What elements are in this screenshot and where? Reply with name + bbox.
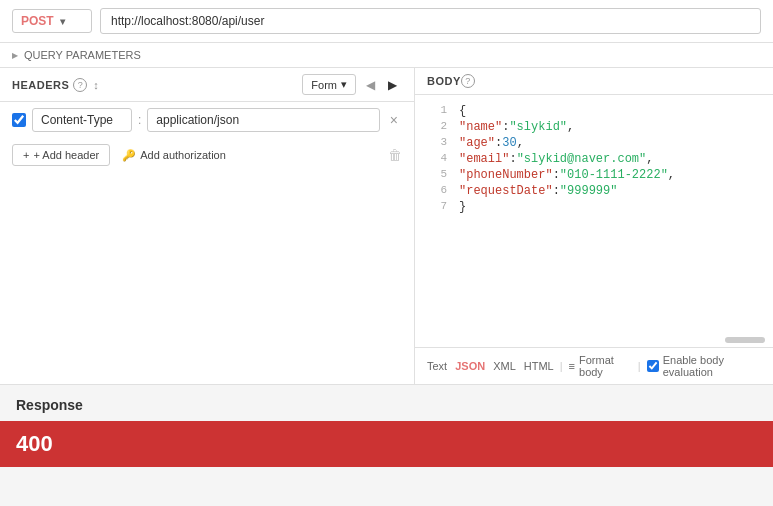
footer-separator-2: | <box>638 360 641 372</box>
form-dropdown-label: Form <box>311 79 337 91</box>
request-bar: POST ▾ <box>0 0 773 43</box>
body-panel: BODY ? 1 { 2 "name":"slykid", 3 "age":30… <box>415 68 773 384</box>
code-line-3: 3 "age":30, <box>415 135 773 151</box>
code-line-2: 2 "name":"slykid", <box>415 119 773 135</box>
format-text-option[interactable]: Text <box>427 360 447 372</box>
query-params-toggle-icon: ▶ <box>12 51 18 60</box>
format-xml-option[interactable]: XML <box>493 360 516 372</box>
code-line-7: 7 } <box>415 199 773 215</box>
add-header-icon: + <box>23 149 29 161</box>
header-enabled-checkbox[interactable] <box>12 113 26 127</box>
format-body-button[interactable]: ≡ Format body <box>569 354 632 378</box>
code-line-1: 1 { <box>415 103 773 119</box>
header-row: : × <box>0 102 414 138</box>
headers-form-dropdown[interactable]: Form ▾ <box>302 74 356 95</box>
colon-separator: : <box>138 113 141 127</box>
method-value: POST <box>21 14 54 28</box>
scrollbar-thumb <box>725 337 765 343</box>
headers-label: HEADERS <box>12 79 69 91</box>
headers-toolbar: HEADERS ? ↕ Form ▾ ◀ ▶ <box>0 68 414 102</box>
query-params-row[interactable]: ▶ QUERY PARAMETERS <box>0 43 773 68</box>
enable-body-checkbox[interactable] <box>647 360 659 372</box>
response-title: Response <box>16 397 757 413</box>
body-toolbar: BODY ? <box>415 68 773 95</box>
header-clear-button[interactable]: × <box>386 112 402 128</box>
add-authorization-button[interactable]: 🔑 Add authorization <box>122 149 226 162</box>
query-params-label: QUERY PARAMETERS <box>24 49 141 61</box>
url-input[interactable] <box>100 8 761 34</box>
body-label: BODY <box>427 75 461 87</box>
status-code: 400 <box>16 431 53 456</box>
body-info-icon[interactable]: ? <box>461 74 475 88</box>
add-header-label: + Add header <box>33 149 99 161</box>
method-dropdown-arrow: ▾ <box>60 16 65 27</box>
format-json-option[interactable]: JSON <box>455 360 485 372</box>
nav-prev-button[interactable]: ◀ <box>360 75 380 95</box>
header-value-input[interactable] <box>147 108 379 132</box>
form-dropdown-arrow: ▾ <box>341 78 347 91</box>
header-key-input[interactable] <box>32 108 132 132</box>
format-html-option[interactable]: HTML <box>524 360 554 372</box>
header-actions-row: + + Add header 🔑 Add authorization 🗑 <box>0 138 414 172</box>
body-format-options: Text JSON XML HTML <box>427 360 554 372</box>
code-editor[interactable]: 1 { 2 "name":"slykid", 3 "age":30, 4 "em… <box>415 95 773 335</box>
status-code-bar: 400 <box>0 421 773 467</box>
body-footer: Text JSON XML HTML | ≡ Format body | Ena… <box>415 347 773 384</box>
code-line-5: 5 "phoneNumber":"010-1111-2222", <box>415 167 773 183</box>
key-icon: 🔑 <box>122 149 136 162</box>
delete-header-icon[interactable]: 🗑 <box>388 147 402 163</box>
nav-next-button[interactable]: ▶ <box>382 75 402 95</box>
headers-sort-icon[interactable]: ↕ <box>93 79 99 91</box>
code-line-4: 4 "email":"slykid@naver.com", <box>415 151 773 167</box>
footer-separator-1: | <box>560 360 563 372</box>
enable-body-evaluation-toggle[interactable]: Enable body evaluation <box>647 354 761 378</box>
enable-body-label: Enable body evaluation <box>663 354 761 378</box>
code-line-6: 6 "requestDate":"999999" <box>415 183 773 199</box>
add-header-button[interactable]: + + Add header <box>12 144 110 166</box>
nav-arrows: ◀ ▶ <box>360 75 402 95</box>
response-section: Response <box>0 385 773 413</box>
headers-panel: HEADERS ? ↕ Form ▾ ◀ ▶ : × + + Ad <box>0 68 415 384</box>
format-body-label: Format body <box>579 354 632 378</box>
method-select[interactable]: POST ▾ <box>12 9 92 33</box>
headers-info-icon[interactable]: ? <box>73 78 87 92</box>
add-auth-label: Add authorization <box>140 149 226 161</box>
format-body-icon: ≡ <box>569 360 575 372</box>
main-section: HEADERS ? ↕ Form ▾ ◀ ▶ : × + + Ad <box>0 68 773 385</box>
